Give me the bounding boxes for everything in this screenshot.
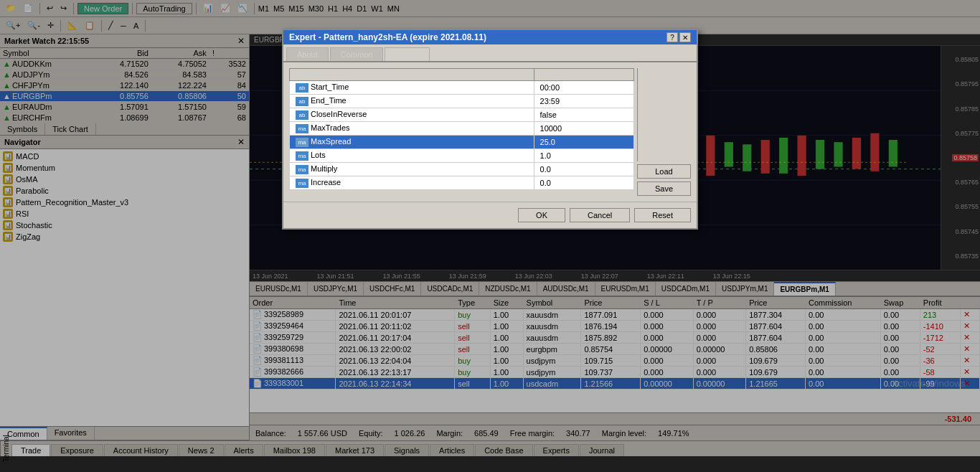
modal-content-row: Variable Value abStart_Time 00:00 abEnd_… [289, 68, 691, 196]
modal-row[interactable]: maMultiply 0.0 [290, 163, 634, 176]
modal-cancel-btn[interactable]: Cancel [570, 208, 630, 222]
modal-row[interactable]: abStart_Time 00:00 [290, 81, 634, 95]
modal-variable-cell: maMaxTrades [290, 122, 534, 136]
modal-titlebar: Expert - Pattern_hany2sh-EA (expire 2021… [283, 30, 697, 44]
modal-footer: OK Cancel Reset [283, 202, 697, 228]
modal-reset-btn[interactable]: Reset [634, 208, 691, 222]
modal-variable-cell: maMultiply [290, 163, 534, 176]
modal-row-icon: ma [296, 124, 308, 133]
modal-variable-cell: abCloseInReverse [290, 108, 534, 122]
modal-row[interactable]: maIncrease 0.0 [290, 176, 634, 190]
modal-row-icon: ab [296, 97, 308, 106]
modal-body: Variable Value abStart_Time 00:00 abEnd_… [283, 62, 697, 202]
modal-row-icon: ma [296, 138, 308, 147]
modal-row-icon: ma [296, 165, 308, 174]
modal-value-cell[interactable]: false [534, 108, 633, 122]
modal-value-cell[interactable]: 1.0 [534, 149, 633, 163]
modal-variable-cell: abStart_Time [290, 81, 534, 95]
modal-tabs: About Common Inputs [283, 44, 697, 62]
modal-row[interactable]: maLots 1.0 [290, 149, 634, 163]
modal-col-variable[interactable]: Variable [290, 69, 534, 81]
modal-save-btn[interactable]: Save [637, 181, 691, 196]
modal-row[interactable]: abCloseInReverse false [290, 108, 634, 122]
modal-variable-cell: maLots [290, 149, 534, 163]
modal-value-cell[interactable]: 10000 [534, 122, 633, 136]
modal-side-buttons: Load Save [637, 68, 691, 196]
modal-row[interactable]: abEnd_Time 23:59 [290, 95, 634, 108]
modal-value-cell[interactable]: 0.0 [534, 176, 633, 190]
modal-value-cell[interactable]: 25.0 [534, 136, 633, 149]
modal-table-container: Variable Value abStart_Time 00:00 abEnd_… [289, 68, 634, 196]
modal-tab-about[interactable]: About [286, 47, 329, 61]
modal-ok-btn[interactable]: OK [518, 208, 565, 222]
modal-variable-table: Variable Value abStart_Time 00:00 abEnd_… [289, 68, 634, 190]
modal-tab-inputs[interactable]: Inputs [385, 47, 430, 61]
modal-col-value[interactable]: Value [534, 69, 633, 81]
modal-title: Expert - Pattern_hany2sh-EA (expire 2021… [289, 32, 666, 42]
modal-row[interactable]: maMaxTrades 10000 [290, 122, 634, 136]
modal-tab-common[interactable]: Common [330, 47, 384, 61]
modal-value-cell[interactable]: 23:59 [534, 95, 633, 108]
modal-row-icon: ma [296, 151, 308, 161]
modal-controls: ? ✕ [666, 32, 691, 42]
modal-value-cell[interactable]: 00:00 [534, 81, 633, 95]
modal-value-cell[interactable]: 0.0 [534, 163, 633, 176]
modal-scrollbar[interactable] [637, 68, 644, 161]
modal-row-icon: ma [296, 179, 308, 188]
modal-variable-cell: maMaxSpread [290, 136, 534, 149]
modal-close-btn[interactable]: ✕ [679, 32, 691, 42]
modal-overlay: Expert - Pattern_hany2sh-EA (expire 2021… [0, 0, 980, 472]
modal-variable-cell: maIncrease [290, 176, 534, 190]
modal-dialog: Expert - Pattern_hany2sh-EA (expire 2021… [282, 29, 698, 230]
modal-help-btn[interactable]: ? [666, 32, 678, 42]
modal-row-icon: ab [296, 110, 308, 120]
modal-load-btn[interactable]: Load [637, 164, 691, 179]
modal-variable-cell: abEnd_Time [290, 95, 534, 108]
modal-row[interactable]: maMaxSpread 25.0 [290, 136, 634, 149]
modal-row-icon: ab [296, 83, 308, 93]
